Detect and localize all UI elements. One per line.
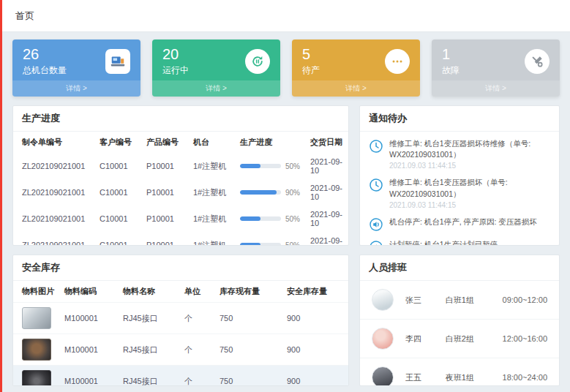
- card-running-detail-link[interactable]: 详情 >: [152, 80, 280, 97]
- production-order-no: ZL202109021001: [13, 179, 95, 206]
- production-machine: 1#注塑机: [189, 179, 236, 206]
- material-name: RJ45接口: [119, 334, 180, 366]
- production-delivery-date: 2021-09-10: [306, 153, 349, 179]
- production-header-row: 制令单编号 客户编号 产品编号 机台 生产进度 交货日期: [13, 132, 349, 153]
- avatar: [372, 289, 394, 311]
- notice-text: 计划暂停: 机台1生产计划已暂停: [389, 239, 498, 246]
- notice-icon: [369, 178, 383, 192]
- production-row: ZL202109021001 C10001 P10001 1#注塑机 50% 2…: [13, 232, 349, 246]
- production-order-no: ZL202109021001: [13, 232, 95, 246]
- production-progress-panel: 生产进度 制令单编号 客户编号 产品编号 机台 生产进度 交货日期: [12, 105, 349, 246]
- production-machine: 1#注塑机: [189, 232, 236, 246]
- staff-time-range: 18:00~24:00: [503, 373, 547, 382]
- col-machine: 机台: [189, 132, 236, 153]
- notices-list: 维修工单: 机台1变压器损坏待维修（单号: WX202109031001） 20…: [360, 132, 559, 246]
- production-machine: 1#注塑机: [189, 206, 236, 232]
- running-icon: [245, 49, 270, 74]
- avatar: [372, 366, 394, 386]
- production-product-no: P10001: [142, 206, 189, 232]
- production-progress-value: 90%: [285, 189, 300, 197]
- page-title: 首页: [15, 10, 34, 23]
- stat-cards: 26 总机台数量 详情 > 20 运行中: [12, 39, 560, 97]
- col-order-no: 制令单编号: [13, 132, 95, 153]
- notice-text: 维修工单: 机台1变压器损坏（单号: WX202109031001）: [389, 177, 550, 199]
- production-row: ZL202109021001 C10001 P10001 1#注塑机 90% 2…: [13, 179, 349, 206]
- staff-schedule-title: 人员排班: [360, 255, 559, 281]
- card-fault-main: 1 故障: [432, 39, 560, 80]
- staff-shift: 白班2组: [446, 333, 503, 344]
- notice-item[interactable]: 维修工单: 机台1变压器损坏（单号: WX202109031001） 2021.…: [369, 173, 550, 212]
- production-table: 制令单编号 客户编号 产品编号 机台 生产进度 交货日期 ZL202109021…: [13, 132, 349, 246]
- card-waiting-label: 待产: [302, 64, 320, 77]
- card-waiting-value: 5: [302, 46, 320, 63]
- inventory-row: M100001 RJ45接口 个 750 900: [13, 334, 349, 366]
- staff-shift: 夜班1组: [446, 372, 503, 383]
- production-row: ZL202109021001 C10001 P10001 1#注塑机 50% 2…: [13, 206, 349, 232]
- waiting-icon: [385, 49, 410, 74]
- production-customer-no: C10001: [95, 179, 142, 206]
- notice-item[interactable]: 计划暂停: 机台1生产计划已暂停 2021.09.03 11:44:15: [369, 235, 550, 246]
- notice-icon: [369, 217, 383, 232]
- col-progress: 生产进度: [236, 132, 306, 153]
- production-order-no: ZL202109021001: [13, 206, 95, 232]
- notices-panel: 通知待办 维修工单: 机台1变压器损坏待维修（单号: WX20210903100…: [359, 105, 560, 246]
- material-image: [22, 370, 51, 386]
- material-unit: 个: [180, 334, 215, 366]
- production-machine: 1#注塑机: [189, 153, 236, 179]
- staff-name: 张三: [405, 295, 446, 306]
- production-order-no: ZL202109021001: [13, 153, 95, 179]
- material-unit: 个: [180, 303, 215, 334]
- notice-text: 维修工单: 机台1变压器损坏待维修（单号: WX202109031001）: [389, 138, 550, 160]
- notice-icon: [369, 240, 383, 246]
- card-total-machines-label: 总机台数量: [23, 64, 67, 77]
- material-image: [22, 339, 51, 361]
- material-code: M100001: [60, 334, 119, 366]
- card-fault[interactable]: 1 故障 详情 >: [432, 39, 560, 97]
- notice-item[interactable]: 机台停产: 机台1停产, 停产原因: 变压器损坏: [369, 213, 550, 235]
- card-total-machines-detail-link[interactable]: 详情 >: [12, 80, 140, 97]
- card-fault-detail-link[interactable]: 详情 >: [432, 80, 560, 97]
- card-total-machines-value: 26: [23, 46, 67, 63]
- production-product-no: P10001: [142, 153, 189, 179]
- card-running-label: 运行中: [162, 64, 189, 77]
- staff-name: 王五: [405, 372, 446, 383]
- staff-schedule-panel: 人员排班 张三 白班1组 09:00~12:00 李四 白班2组 12:00~1…: [359, 255, 560, 386]
- staff-time-range: 09:00~12:00: [503, 295, 547, 304]
- material-safety-stock: 900: [282, 303, 349, 334]
- notices-title: 通知待办: [360, 106, 559, 132]
- notice-icon: [369, 139, 383, 154]
- material-current-stock: 750: [215, 366, 282, 387]
- production-row: ZL202109021001 C10001 P10001 1#注塑机 50% 2…: [13, 153, 349, 179]
- production-progress-value: 50%: [285, 215, 300, 223]
- material-name: RJ45接口: [119, 366, 180, 387]
- production-customer-no: C10001: [95, 153, 142, 179]
- schedule-row: 王五 夜班1组 18:00~24:00: [360, 358, 559, 386]
- avatar: [372, 328, 394, 350]
- card-waiting[interactable]: 5 待产 详情 >: [292, 39, 420, 97]
- dashboard-page: 首页 26 总机台数量 详情 >: [0, 0, 570, 392]
- schedule-row: 李四 白班2组 12:00~16:00: [360, 320, 559, 358]
- material-current-stock: 750: [215, 334, 282, 366]
- production-progress-value: 50%: [285, 162, 300, 170]
- fault-icon: [525, 49, 550, 74]
- material-safety-stock: 900: [282, 366, 349, 387]
- schedule-row: 张三 白班1组 09:00~12:00: [360, 281, 559, 320]
- card-running[interactable]: 20 运行中 详情 >: [152, 39, 280, 97]
- production-delivery-date: 2021-09-10: [306, 179, 349, 206]
- production-product-no: P10001: [142, 179, 189, 206]
- card-waiting-detail-link[interactable]: 详情 >: [292, 80, 420, 97]
- col-material-code: 物料编码: [60, 281, 119, 303]
- safety-stock-title: 安全库存: [13, 255, 348, 281]
- card-waiting-main: 5 待产: [292, 39, 420, 80]
- machine-icon: [105, 49, 130, 74]
- card-fault-value: 1: [442, 46, 460, 63]
- card-total-machines[interactable]: 26 总机台数量 详情 >: [12, 39, 140, 97]
- card-running-main: 20 运行中: [152, 39, 280, 80]
- inventory-table: 物料图片 物料编码 物料名称 单位 库存现有量 安全库存量 M100001 RJ…: [13, 281, 349, 386]
- material-image: [22, 307, 51, 329]
- inventory-row: M100001 RJ45接口 个 750 900: [13, 303, 349, 334]
- card-running-value: 20: [162, 46, 189, 63]
- col-customer-no: 客户编号: [95, 132, 142, 153]
- notice-item[interactable]: 维修工单: 机台1变压器损坏待维修（单号: WX202109031001） 20…: [369, 135, 550, 173]
- production-progress-value: 50%: [285, 241, 300, 246]
